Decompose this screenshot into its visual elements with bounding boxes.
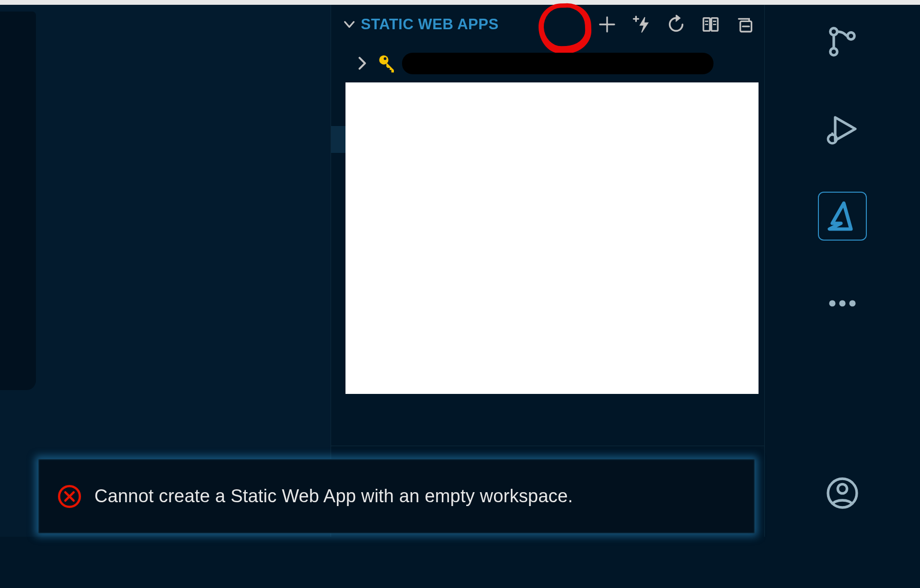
- azure-panel: STATIC WEB APPS: [331, 5, 765, 537]
- docs-button[interactable]: [700, 14, 721, 35]
- activity-source-control[interactable]: [821, 20, 864, 63]
- create-advanced-button[interactable]: [631, 14, 652, 35]
- selection-strip: [331, 126, 345, 153]
- azure-icon: [825, 199, 860, 233]
- error-notification[interactable]: Cannot create a Static Web App with an e…: [38, 459, 755, 533]
- plus-lightning-icon: [632, 15, 651, 34]
- activity-run-debug[interactable]: [821, 107, 864, 150]
- notification-text: Cannot create a Static Web App with an e…: [94, 486, 573, 507]
- svg-point-11: [849, 300, 855, 306]
- svg-point-9: [829, 300, 835, 306]
- svg-point-10: [839, 300, 845, 306]
- svg-point-6: [830, 48, 837, 55]
- activity-azure[interactable]: [821, 195, 864, 238]
- svg-point-5: [830, 28, 837, 35]
- sidebar-dark-block: [0, 12, 36, 390]
- collapse-all-button[interactable]: [735, 14, 756, 35]
- svg-point-4: [384, 58, 387, 60]
- activity-bar: [765, 5, 920, 537]
- key-icon: [377, 53, 397, 73]
- docs-icon: [701, 15, 720, 34]
- titlebar: [0, 0, 920, 5]
- activity-more[interactable]: [821, 282, 864, 325]
- svg-point-13: [838, 484, 847, 493]
- section-divider: [331, 446, 764, 446]
- refresh-icon: [667, 15, 686, 34]
- more-icon: [825, 286, 860, 321]
- chevron-right-icon: [354, 55, 370, 71]
- run-debug-icon: [825, 112, 860, 146]
- section-title: STATIC WEB APPS: [361, 16, 499, 33]
- collapse-all-icon: [736, 15, 755, 34]
- create-static-web-app-button[interactable]: [597, 14, 618, 35]
- overlay-panel: [345, 82, 759, 394]
- plus-icon: [598, 15, 617, 34]
- source-control-icon: [825, 24, 860, 59]
- editor-area: [0, 5, 331, 537]
- section-header-static-web-apps[interactable]: STATIC WEB APPS: [331, 10, 764, 39]
- refresh-button[interactable]: [666, 14, 687, 35]
- subscription-name-redacted: [402, 53, 713, 74]
- svg-point-7: [848, 33, 854, 39]
- activity-account[interactable]: [821, 472, 864, 515]
- account-icon: [825, 476, 860, 510]
- chevron-down-icon: [342, 17, 357, 32]
- section-actions: [597, 14, 764, 35]
- error-icon: [57, 484, 82, 509]
- subscription-tree-item[interactable]: [331, 47, 764, 80]
